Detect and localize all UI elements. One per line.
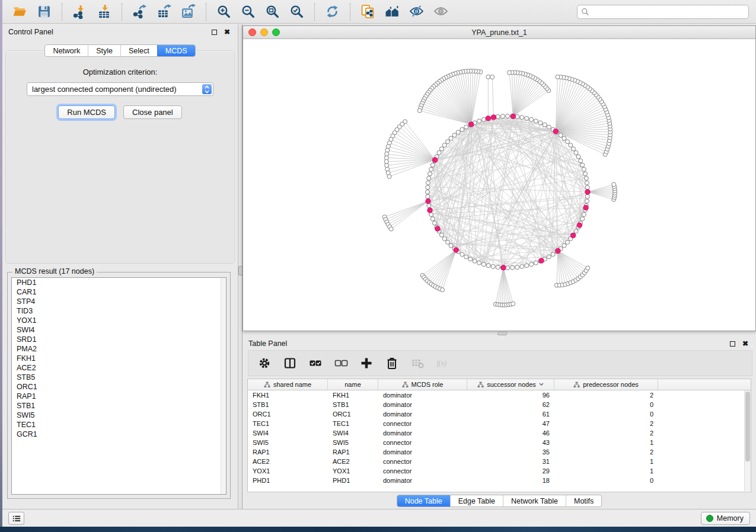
- export-image-icon[interactable]: [180, 4, 196, 20]
- global-search[interactable]: [577, 5, 749, 19]
- column-header-name[interactable]: name: [328, 379, 378, 390]
- delete-row-icon[interactable]: [384, 355, 400, 371]
- task-history-button[interactable]: [8, 512, 24, 525]
- mcds-result-item[interactable]: ORC1: [12, 382, 226, 392]
- mcds-result-item[interactable]: YOX1: [12, 316, 226, 325]
- table-row[interactable]: YOX1YOX1connector291: [248, 466, 751, 476]
- table-cell: 2: [554, 428, 658, 438]
- table-cell: FKH1: [248, 390, 328, 400]
- memory-button[interactable]: Memory: [701, 512, 750, 525]
- tab-select[interactable]: Select: [120, 45, 157, 56]
- hide-selected-icon[interactable]: [409, 4, 425, 20]
- criterion-dropdown[interactable]: largest connected component (undirected): [27, 82, 213, 96]
- mcds-result-item[interactable]: SWI4: [12, 325, 226, 335]
- select-all-icon[interactable]: [308, 355, 323, 371]
- show-all-icon[interactable]: [433, 4, 449, 20]
- table-row[interactable]: RAP1RAP1dominator352: [248, 447, 751, 457]
- tab-node-table[interactable]: Node Table: [397, 495, 450, 507]
- table-panel-float-button[interactable]: [728, 339, 737, 348]
- split-columns-icon[interactable]: [282, 355, 298, 371]
- control-panel-header: Control Panel ✖: [2, 24, 238, 40]
- mcds-result-item[interactable]: TEC1: [12, 420, 226, 430]
- table-panel-title: Table Panel: [248, 339, 287, 348]
- tab-mcds[interactable]: MCDS: [157, 45, 195, 56]
- import-table-icon[interactable]: [96, 4, 112, 20]
- table-cell: 18: [467, 476, 554, 485]
- table-row[interactable]: FKH1FKH1dominator962: [248, 390, 751, 400]
- table-cell: YOX1: [248, 466, 328, 476]
- table-row[interactable]: ACE2ACE2connector311: [248, 457, 751, 466]
- network-canvas[interactable]: [243, 39, 755, 331]
- desktop-wallpaper-bottom: [0, 527, 756, 532]
- table-cell: STB1: [328, 400, 378, 409]
- run-mcds-button[interactable]: Run MCDS: [58, 105, 115, 119]
- global-search-input[interactable]: [592, 8, 745, 16]
- table-cell: SWI5: [328, 438, 378, 447]
- tab-edge-table[interactable]: Edge Table: [450, 495, 503, 507]
- tab-style[interactable]: Style: [88, 45, 120, 56]
- zoom-out-icon[interactable]: [240, 4, 256, 20]
- table-header-row: shared namenameMCDS rolesuccessor nodesp…: [248, 379, 751, 390]
- table-cell: PHD1: [328, 476, 378, 485]
- screen: Control Panel ✖ NetworkStyleSelectMCDS O…: [0, 0, 756, 532]
- table-cell: 35: [467, 447, 554, 457]
- zoom-fit-icon[interactable]: [264, 4, 280, 20]
- mcds-result-item[interactable]: STP4: [12, 297, 226, 306]
- tab-network[interactable]: Network: [45, 45, 88, 56]
- mcds-result-item[interactable]: TID3: [12, 306, 226, 316]
- mcds-result-list[interactable]: PHD1CAR1STP4TID3YOX1SWI4SRD1PMA2FKH1ACE2…: [11, 277, 227, 495]
- control-panel-float-button[interactable]: [209, 27, 219, 37]
- column-header-shared-name[interactable]: shared name: [248, 379, 328, 390]
- add-row-icon[interactable]: [359, 355, 374, 371]
- mcds-result-item[interactable]: RAP1: [12, 392, 226, 401]
- table-row[interactable]: STB1STB1dominator620: [248, 400, 751, 409]
- table-row[interactable]: SWI5SWI5connector431: [248, 438, 751, 447]
- table-row[interactable]: PHD1PHD1dominator180: [248, 476, 751, 485]
- close-icon: ✖: [742, 340, 748, 347]
- table-scrollbar[interactable]: [744, 390, 751, 491]
- control-panel-close-button[interactable]: ✖: [222, 27, 232, 37]
- mcds-result-item[interactable]: SRD1: [12, 335, 226, 344]
- mcds-result-item[interactable]: PHD1: [12, 278, 226, 287]
- scrollbar-thumb[interactable]: [745, 392, 750, 462]
- dropdown-stepper-icon: [202, 84, 212, 94]
- network-window-titlebar[interactable]: YPA_prune.txt_1: [243, 26, 755, 39]
- network-window-title: YPA_prune.txt_1: [243, 28, 755, 37]
- status-bar: Memory: [2, 509, 756, 527]
- column-header-predecessor-nodes[interactable]: predecessor nodes: [554, 379, 658, 390]
- deselect-all-icon[interactable]: [333, 355, 349, 371]
- mcds-result-item[interactable]: CAR1: [12, 287, 226, 297]
- clone-network-icon[interactable]: [360, 4, 376, 20]
- mcds-result-item[interactable]: PMA2: [12, 344, 226, 354]
- refresh-icon[interactable]: [324, 4, 340, 20]
- open-folder-icon[interactable]: [12, 4, 28, 20]
- mcds-list-scrollbar[interactable]: [221, 278, 226, 494]
- export-table-icon[interactable]: [156, 4, 172, 20]
- zoom-in-icon[interactable]: [216, 4, 232, 20]
- mcds-result-item[interactable]: STB1: [12, 401, 226, 411]
- tab-network-table[interactable]: Network Table: [503, 495, 566, 507]
- table-row[interactable]: TEC1TEC1connector472: [248, 419, 751, 428]
- node-table: shared namenameMCDS rolesuccessor nodesp…: [247, 379, 751, 492]
- close-panel-button[interactable]: Close panel: [123, 105, 182, 119]
- tab-motifs[interactable]: Motifs: [566, 495, 601, 507]
- table-panel-close-button[interactable]: ✖: [741, 339, 750, 348]
- vertical-splitter[interactable]: [238, 24, 243, 509]
- column-header-MCDS-role[interactable]: MCDS role: [378, 379, 467, 390]
- first-neighbors-icon[interactable]: [384, 4, 400, 20]
- export-network-icon[interactable]: [132, 4, 148, 20]
- mcds-result-item[interactable]: SWI5: [12, 411, 226, 420]
- function-builder-icon: f(x): [435, 355, 451, 371]
- mcds-result-item[interactable]: ACE2: [12, 363, 226, 373]
- mcds-result-item[interactable]: STB5: [12, 373, 226, 382]
- save-icon[interactable]: [36, 4, 52, 20]
- mcds-result-item[interactable]: FKH1: [12, 354, 226, 363]
- table-row[interactable]: ORC1ORC1dominator610: [248, 409, 751, 419]
- column-header-successor-nodes[interactable]: successor nodes: [467, 379, 554, 390]
- zoom-selected-icon[interactable]: [289, 4, 305, 20]
- settings-icon[interactable]: [257, 355, 272, 371]
- import-network-icon[interactable]: [72, 4, 88, 20]
- mcds-result-item[interactable]: GCR1: [12, 430, 226, 439]
- horizontal-splitter[interactable]: [243, 331, 756, 336]
- table-row[interactable]: SWI4SWI4dominator462: [248, 428, 751, 438]
